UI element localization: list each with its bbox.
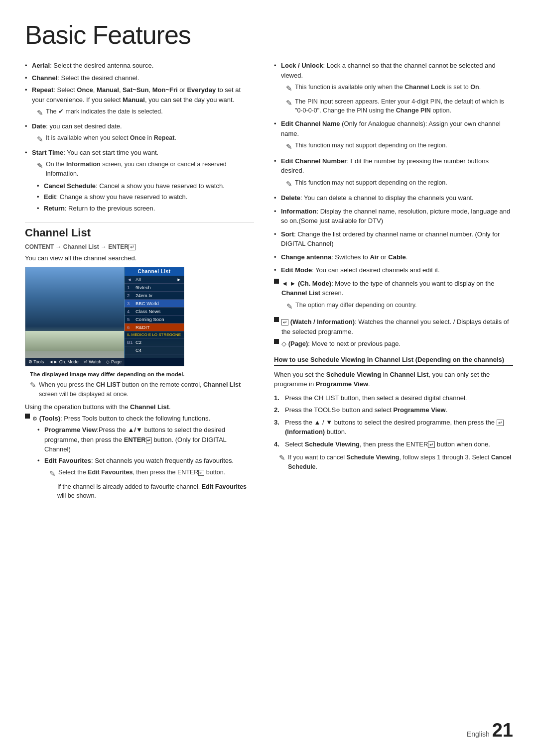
square-bullet-tools [25,414,30,419]
dash-list-fav: If the channel is already added to favou… [50,482,254,501]
list-item-edit-number: Edit Channel Number: Edit the number by … [274,156,513,190]
intro-list: Aerial: Select the desired antenna sourc… [25,61,254,213]
page-number-row: English 21 [467,720,513,741]
list-item-lock: Lock / Unlock: Lock a channel so that th… [274,61,513,115]
language-label: English [467,730,490,738]
how-to-title: How to use Schedule Viewing in Channel L… [274,356,513,366]
right-main-list: Lock / Unlock: Lock a channel so that th… [274,61,513,275]
starttime-note: ✎ On the Information screen, you can cha… [37,160,254,179]
ch-list-note: ✎ When you press the CH LIST button on t… [30,380,254,399]
ch-mode-text: ◄ ► (Ch. Mode): Move to the type of chan… [281,279,513,315]
note-icon-4: ✎ [30,381,36,390]
list-item-information: Information: Display the channel name, r… [274,207,513,226]
repeat-note: ✎ The ✔ mark indicates the date is selec… [37,107,254,119]
ch-mode-item: ◄ ► (Ch. Mode): Move to the type of chan… [274,279,513,315]
note-icon-11: ✎ [279,453,285,462]
list-item-aerial: Aerial: Select the desired antenna sourc… [25,61,254,71]
tv-row-6: 6R&DIT [125,324,184,331]
tv-row-2: 224em.tv [125,292,184,300]
list-item-repeat: Repeat: Select Once, Manual, Sat~Sun, Mo… [25,85,254,119]
watch-item: ↵ (Watch / Information): Watches the cha… [274,317,513,336]
tools-sub-programme: Programme View:Press the ▲/▼ buttons to … [37,425,254,454]
right-column: Lock / Unlock: Lock a channel so that th… [274,61,513,505]
repeat-label: Repeat [32,86,53,94]
note-icon-6: ✎ [286,83,292,95]
note-icon-8: ✎ [286,141,292,153]
square-bullet-watch [274,317,279,322]
note-icon-2: ✎ [37,134,43,145]
edit-fav-note: ✎ Select the Edit Favourites, then press… [49,468,254,480]
lock-note-1: ✎ This function is available only when t… [286,83,513,95]
list-item-editmode: Edit Mode: You can select desired channe… [274,265,513,275]
page-text: ◇ (Page): Move to next or previous page. [281,339,513,349]
list-item-channel: Channel: Select the desired channel. [25,73,254,83]
note-icon: ✎ [37,108,43,119]
step-2: 2. Press the TOOLS⚙ button and select Pr… [274,405,513,415]
edit-name-note: ✎ This function may not support dependin… [286,141,513,153]
tv-row-b1: B1C2 [125,338,184,346]
dash-item-fav: If the channel is already added to favou… [50,482,254,501]
tv-row-c4: C4 [125,346,184,354]
tools-text: ⚙ (Tools): Press Tools button to check t… [32,414,254,503]
content-path: CONTENT → Channel List → ENTER↵ [25,243,254,250]
sub-item-cancel: Cancel Schedule: Cancel a show you have … [37,181,254,191]
list-item-starttime: Start Time: You can set start time you w… [25,148,254,214]
channel-list-title: Channel List [25,226,254,239]
step-4: 4. Select Schedule Viewing, then press t… [274,439,513,449]
image-caption: The displayed image may differ depending… [30,371,254,377]
tools-sub-favourites: Edit Favourites: Set channels you watch … [37,456,254,501]
tv-row-1: 19tvtech [125,284,184,292]
how-to-footer-note: ✎ If you want to cancel Schedule Viewing… [279,453,513,472]
aerial-label: Aerial [32,62,50,69]
note-icon-10: ✎ [286,301,293,313]
list-item-sort: Sort: Change the list ordered by channel… [274,229,513,249]
edit-number-note: ✎ This function may not support dependin… [286,178,513,190]
tv-row-5: 5Coming Soon [125,316,184,324]
tv-row-all: ◄All► [125,276,184,284]
operation-note: Using the operation buttons with the Cha… [25,403,254,411]
date-note: ✎ It is available when you select Once i… [37,133,254,145]
tv-bottom-bar: ⚙ Tools ◄► Ch. Mode ⏎ Watch ◇ Page [25,358,184,366]
channel-list-image: Channel List ◄All► 19tvtech 224em.tv 3BB… [25,267,184,366]
step-3: 3. Press the ▲ / ▼ buttons to select the… [274,418,513,437]
how-to-section: How to use Schedule Viewing in Channel L… [274,356,513,472]
channel-label: Channel [32,74,57,82]
steps-list: 1. Press the CH LIST button, then select… [274,393,513,449]
how-to-intro: When you set the Schedule Viewing in Cha… [274,370,513,389]
tv-row-4: 4Class News [125,308,184,316]
section-divider [25,222,254,222]
list-item-antenna: Change antenna: Switches to Air or Cable… [274,252,513,262]
lock-note-2: ✎ The PIN input screen appears. Enter yo… [286,97,513,116]
note-icon-3: ✎ [37,160,43,172]
tools-item: ⚙ (Tools): Press Tools button to check t… [25,414,254,503]
channel-list-desc: You can view all the channel searched. [25,254,254,262]
note-icon-9: ✎ [286,179,292,190]
note-icon-7: ✎ [286,98,292,109]
page-item: ◇ (Page): Move to next or previous page. [274,339,513,349]
square-bullet-page [274,339,279,344]
tv-row-sub: IL MEDICO E LO STREGONE [125,331,184,338]
tv-channel-panel: Channel List ◄All► 19tvtech 224em.tv 3BB… [124,267,184,366]
list-item-edit-name: Edit Channel Name (Only for Analogue cha… [274,119,513,153]
ch-mode-note: ✎ The option may differ depending on cou… [286,301,513,313]
page-number: 21 [492,720,513,741]
tv-row-3: 3BBC World [125,300,184,308]
sub-item-return: Return: Return to the previous screen. [37,204,254,214]
step-1: 1. Press the CH LIST button, then select… [274,393,513,403]
tools-sub-list: Programme View:Press the ▲/▼ buttons to … [37,425,254,501]
square-bullet-ch-mode [274,279,279,284]
tv-background: Channel List ◄All► 19tvtech 224em.tv 3BB… [25,267,184,366]
page-title: Basic Features [25,20,513,50]
note-icon-5: ✎ [49,468,56,480]
sub-item-edit: Edit: Change a show you have reserved to… [37,192,254,202]
sub-bullets: Cancel Schedule: Cancel a show you have … [37,181,254,214]
list-item-date: Date: you can set desired date. ✎ It is … [25,121,254,145]
list-item-delete: Delete: You can delete a channel to disp… [274,193,513,203]
tv-panel-title: Channel List [125,267,184,276]
watch-text: ↵ (Watch / Information): Watches the cha… [281,317,513,336]
left-column: Aerial: Select the desired antenna sourc… [25,61,254,505]
